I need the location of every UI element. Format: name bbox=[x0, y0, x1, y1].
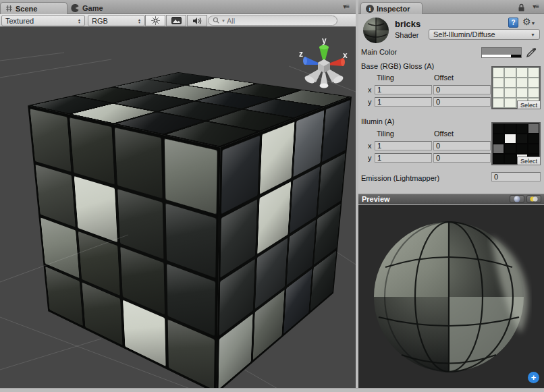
main-color-swatch[interactable] bbox=[481, 47, 522, 58]
tab-inspector[interactable]: i Inspector bbox=[360, 2, 423, 14]
emission-label: Emission (Lightmapper) bbox=[361, 174, 439, 182]
inspector-panel: i Inspector ▾≡ bricks Shader Self-Il bbox=[358, 0, 544, 388]
tab-scene-label: Scene bbox=[16, 5, 37, 13]
material-name: bricks bbox=[395, 19, 420, 29]
scene-viewport[interactable]: y x z bbox=[0, 27, 356, 388]
plus-icon[interactable]: + bbox=[528, 372, 539, 383]
base-texture-thumbnail[interactable]: Select bbox=[491, 66, 541, 109]
popup-arrows-icon: ▲▼ bbox=[74, 18, 81, 24]
emission-field[interactable]: 0 bbox=[491, 172, 541, 181]
lighting-toggle-button[interactable] bbox=[145, 15, 165, 26]
illumin-select-button[interactable]: Select bbox=[517, 157, 541, 165]
axis-gizmo[interactable]: y x z bbox=[289, 32, 356, 92]
base-select-button[interactable]: Select bbox=[517, 101, 541, 109]
illumin-section-label: Illumin (A) bbox=[361, 117, 395, 125]
lock-icon[interactable] bbox=[518, 3, 525, 11]
search-filter-arrow-icon[interactable]: ▼ bbox=[221, 19, 225, 23]
window-bottom-strip bbox=[0, 388, 544, 392]
tab-scene[interactable]: Scene bbox=[0, 2, 67, 14]
audio-toggle-button[interactable] bbox=[187, 15, 207, 26]
base-tiling-label: Tiling bbox=[377, 74, 394, 82]
illumin-y-label: y bbox=[368, 154, 372, 162]
base-section-label: Base (RGB) Gloss (A) bbox=[361, 62, 434, 70]
illumin-offset-label: Offset bbox=[434, 130, 454, 138]
base-x-tiling-field[interactable]: 1 bbox=[375, 85, 432, 94]
base-y-tiling-field[interactable]: 1 bbox=[375, 97, 432, 107]
gizmo-z-label: z bbox=[299, 49, 303, 59]
preview-label: Preview bbox=[362, 195, 390, 203]
tab-game-label: Game bbox=[82, 4, 103, 12]
help-icon[interactable]: ? bbox=[508, 18, 518, 28]
grid-icon bbox=[5, 5, 13, 12]
popup-arrows-icon: ▲▼ bbox=[134, 18, 141, 24]
unity-editor-window: Scene Game ▾≡ Textured ▲▼ RGB ▲▼ bbox=[0, 0, 544, 392]
sun-icon bbox=[151, 16, 160, 25]
illumin-x-tiling-field[interactable]: 1 bbox=[375, 141, 432, 150]
render-mode-dropdown[interactable]: Textured ▲▼ bbox=[1, 15, 85, 26]
main-color-label: Main Color bbox=[361, 48, 397, 56]
base-x-offset-field[interactable]: 0 bbox=[433, 85, 491, 94]
sphere-icon bbox=[514, 196, 520, 202]
inspector-tabbar: i Inspector ▾≡ bbox=[358, 0, 544, 14]
search-input[interactable] bbox=[227, 17, 328, 25]
info-icon: i bbox=[366, 5, 374, 13]
illumin-y-offset-field[interactable]: 0 bbox=[433, 153, 491, 163]
preview-header[interactable]: Preview bbox=[358, 194, 544, 204]
shader-value: Self-Illumin/Diffuse bbox=[433, 30, 495, 38]
base-x-label: x bbox=[368, 86, 372, 94]
illumin-x-label: x bbox=[368, 142, 372, 150]
base-offset-label: Offset bbox=[434, 74, 454, 82]
image-icon bbox=[171, 17, 182, 24]
scene-toolbar: Textured ▲▼ RGB ▲▼ bbox=[0, 14, 356, 27]
scene-tabbar: Scene Game ▾≡ bbox=[0, 0, 356, 14]
preview-sphere bbox=[358, 205, 544, 388]
channel-value: RGB bbox=[92, 17, 108, 25]
game-icon bbox=[70, 3, 80, 13]
shader-label: Shader bbox=[395, 31, 418, 39]
effects-button[interactable] bbox=[166, 15, 186, 26]
illumin-x-offset-field[interactable]: 0 bbox=[433, 141, 491, 150]
tab-game[interactable]: Game bbox=[70, 2, 103, 14]
eyedropper-icon[interactable] bbox=[526, 47, 537, 58]
speaker-icon bbox=[192, 17, 202, 25]
illumin-y-tiling-field[interactable]: 1 bbox=[375, 153, 432, 163]
main-color-alpha-bar bbox=[482, 55, 521, 57]
preview-sphere-button[interactable] bbox=[510, 195, 524, 203]
scene-panel: Scene Game ▾≡ Textured ▲▼ RGB ▲▼ bbox=[0, 0, 356, 388]
base-y-label: y bbox=[368, 98, 372, 106]
shader-dropdown[interactable]: Self-Illumin/Diffuse ▼ bbox=[429, 29, 540, 40]
material-preview[interactable]: + bbox=[358, 205, 544, 388]
inspector-tab-menu-icon[interactable]: ▾≡ bbox=[533, 3, 539, 10]
illumin-texture-thumbnail[interactable]: Select bbox=[491, 122, 541, 165]
gear-icon[interactable]: ⚙▼ bbox=[522, 16, 536, 27]
scene-cube[interactable] bbox=[113, 83, 257, 348]
material-ball-icon bbox=[362, 17, 389, 44]
scene-search-field[interactable]: ▼ bbox=[208, 16, 337, 26]
search-icon bbox=[213, 17, 220, 24]
two-spheres-icon bbox=[529, 196, 539, 202]
channel-dropdown[interactable]: RGB ▲▼ bbox=[88, 15, 145, 26]
scene-tab-menu-icon[interactable]: ▾≡ bbox=[343, 3, 349, 10]
gizmo-y-label: y bbox=[322, 36, 327, 45]
base-y-offset-field[interactable]: 0 bbox=[433, 97, 491, 107]
illumin-tiling-label: Tiling bbox=[377, 130, 394, 138]
render-mode-value: Textured bbox=[5, 17, 34, 25]
preview-lighting-button[interactable] bbox=[526, 195, 541, 203]
tab-inspector-label: Inspector bbox=[377, 5, 410, 13]
chevron-down-icon: ▼ bbox=[531, 32, 535, 37]
